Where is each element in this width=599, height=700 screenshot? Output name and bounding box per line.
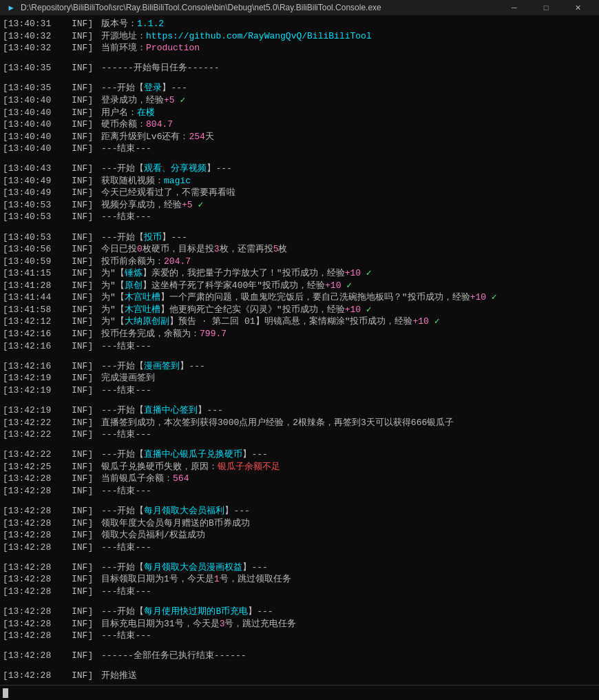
log-level: INF]: [72, 562, 93, 574]
empty-line: [3, 396, 596, 404]
console-output: [13:40:31 INF] 版本号：1.1.2[13:40:32 INF] 开…: [0, 15, 599, 685]
log-line: [13:40:40 INF] 硬币余额：804.7: [3, 119, 596, 131]
title-bar-text: D:\Repository\BiliBiliTool\src\Ray.BiliB…: [21, 3, 498, 12]
log-message-part: ---结束---: [101, 485, 151, 497]
log-line: [13:40:40 INF] 距离升级到Lv6还有：254天: [3, 131, 596, 143]
log-message-part: 为"【: [101, 267, 125, 280]
log-message-part: 大纳原创副: [125, 316, 169, 328]
log-level: INF]: [72, 573, 93, 586]
log-message-part: ✓: [361, 267, 372, 280]
log-timestamp: [13:42:28: [3, 542, 72, 554]
log-timestamp: [13:40:49: [3, 187, 72, 199]
log-message-part: 254: [189, 131, 204, 143]
log-message-part: ---开始【: [101, 82, 144, 94]
log-timestamp: [13:42:22: [3, 449, 72, 461]
log-timestamp: [13:40:31: [3, 18, 72, 30]
log-message-part: 今日已投: [101, 243, 137, 256]
log-message-part: 版本号：: [101, 18, 137, 30]
log-level: INF]: [72, 291, 93, 304]
cursor: [3, 688, 8, 698]
log-line: [13:40:49 INF] 获取随机视频：magic: [3, 175, 596, 187]
log-message-part: 】预告 · 第二回 01】明镜高悬，案情糊涂"投币成功，经验: [169, 316, 413, 328]
log-message-part: 木宫吐槽: [125, 304, 160, 316]
log-message-part: 视频分享成功，经验: [101, 199, 182, 212]
log-message-part: 每月使用快过期的B币充电: [144, 606, 248, 618]
log-level: INF]: [72, 42, 93, 54]
log-line: [13:40:53 INF] ---开始【投币】---: [3, 231, 596, 244]
log-line: [13:42:28 INF] ---开始【每月领取大会员福利】---: [3, 505, 596, 517]
log-message-part: 漫画签到: [144, 360, 180, 373]
log-timestamp: [13:40:40: [3, 143, 72, 155]
log-line: [13:40:53 INF] ---结束---: [3, 211, 596, 223]
log-message-part: ---结束---: [101, 211, 151, 223]
close-button[interactable]: ✕: [562, 0, 593, 15]
log-timestamp: [13:42:19: [3, 372, 72, 384]
log-timestamp: [13:42:22: [3, 417, 72, 429]
log-timestamp: [13:42:19: [3, 384, 72, 397]
log-message-part: 投币任务完成，余额为：: [101, 328, 200, 340]
log-message-part: 为"【: [101, 304, 125, 316]
log-message-part: 完成漫画签到: [101, 372, 155, 384]
log-timestamp: [13:40:43: [3, 163, 72, 175]
log-message-part: ✓: [429, 316, 440, 328]
log-timestamp: [13:42:28: [3, 529, 72, 542]
minimize-button[interactable]: ─: [498, 0, 530, 15]
log-line: [13:42:22 INF] ---开始【直播中心银瓜子兑换硬币】---: [3, 449, 596, 461]
log-message-part: 目标充电日期为31号，今天是: [101, 618, 220, 630]
app-icon: ▶: [6, 2, 17, 13]
log-timestamp: [13:42:28: [3, 473, 72, 485]
log-message-part: 开源地址：: [101, 30, 146, 43]
log-timestamp: [13:42:28: [3, 630, 72, 642]
log-message-part: ------开始每日任务------: [101, 62, 220, 74]
maximize-button[interactable]: □: [530, 0, 562, 15]
log-message-part: 每月领取大会员漫画权益: [144, 562, 242, 574]
log-line: [13:40:40 INF] 登录成功，经验+5 ✓: [3, 94, 596, 107]
log-line: [13:40:53 INF] 视频分享成功，经验+5 ✓: [3, 199, 596, 212]
log-message-part: ✓: [341, 280, 352, 292]
log-message-part: +10: [345, 267, 361, 280]
log-message-part: ---开始【: [101, 449, 144, 461]
log-timestamp: [13:42:16: [3, 360, 72, 373]
log-message-part: 为"【: [101, 280, 125, 292]
log-message-part: 领取年度大会员每月赠送的B币券成功: [101, 517, 250, 530]
log-level: INF]: [72, 131, 93, 143]
log-level: INF]: [72, 211, 93, 223]
log-message-part: 枚，还需再投: [220, 243, 273, 256]
log-line: [13:42:16 INF] ---结束---: [3, 340, 596, 353]
log-timestamp: [13:42:28: [3, 618, 72, 630]
log-message-part: 直播中心银瓜子兑换硬币: [144, 449, 242, 461]
log-message-part: 当前银瓜子余额：: [101, 473, 173, 485]
log-message-part: Production: [146, 42, 200, 54]
log-level: INF]: [72, 267, 93, 280]
log-timestamp: [13:40:32: [3, 30, 72, 43]
log-timestamp: [13:40:35: [3, 62, 72, 74]
log-message-part: ---结束---: [101, 340, 151, 353]
log-message-part: +5: [182, 199, 193, 212]
log-message-part: ✓: [175, 94, 186, 107]
log-line: [13:42:28 INF] ------全部任务已执行结束------: [3, 650, 596, 662]
log-level: INF]: [72, 62, 93, 74]
log-message-part: 锤炼: [125, 267, 143, 280]
log-level: INF]: [72, 231, 93, 244]
log-line: [13:42:28 INF] 目标领取日期为1号，今天是1号，跳过领取任务: [3, 573, 596, 586]
log-timestamp: [13:40:53: [3, 211, 72, 223]
title-bar: ▶ D:\Repository\BiliBiliTool\src\Ray.Bil…: [0, 0, 599, 15]
log-line: [13:42:28 INF] 领取大会员福利/权益成功: [3, 529, 596, 542]
log-level: INF]: [72, 107, 93, 119]
log-message-part: 银瓜子兑换硬币失败，原因：: [101, 461, 218, 473]
log-message-part: 】他更狗死亡全纪实《闪灵》"投币成功，经验: [160, 304, 345, 316]
empty-line: [3, 352, 596, 360]
log-line: [13:42:22 INF] 直播签到成功，本次签到获得3000点用户经验，2根…: [3, 417, 596, 429]
log-message-part: 当前环境：: [101, 42, 146, 54]
log-message-part: 号，跳过领取任务: [220, 573, 291, 586]
log-message-part: +10: [412, 316, 428, 328]
log-message-part: 直播签到成功，本次签到获得3000点用户经验，2根辣条，再签到3天可以获得666…: [101, 417, 454, 429]
log-line: [13:42:19 INF] ---开始【直播中心签到】---: [3, 404, 596, 417]
log-message-part: 】亲爱的，我把量子力学放大了！"投币成功，经验: [143, 267, 345, 280]
log-timestamp: [13:40:59: [3, 256, 72, 268]
log-message-part: 】---: [162, 82, 187, 94]
log-level: INF]: [72, 505, 93, 517]
empty-line: [3, 597, 596, 606]
log-message-part: 硬币余额：: [101, 119, 146, 131]
log-line: [13:40:32 INF] 开源地址：https://github.com/R…: [3, 30, 596, 43]
